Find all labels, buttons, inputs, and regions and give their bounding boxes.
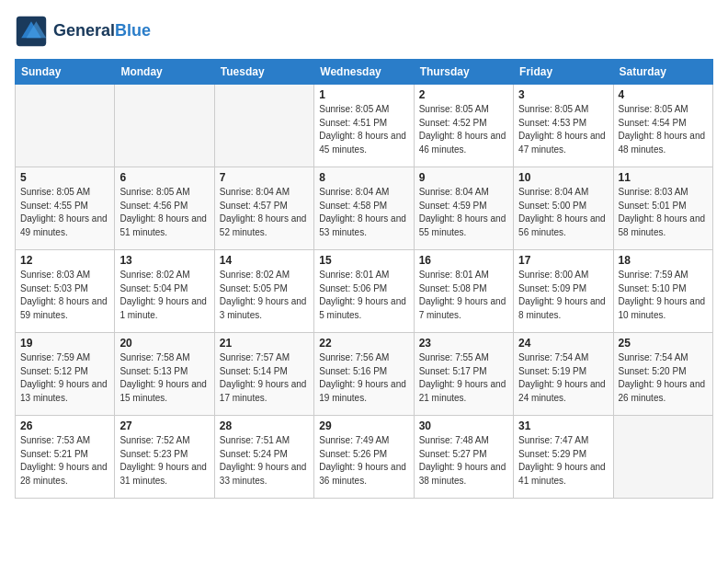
calendar-body: 1Sunrise: 8:05 AM Sunset: 4:51 PM Daylig…: [16, 85, 713, 499]
calendar-cell: 23Sunrise: 7:55 AM Sunset: 5:17 PM Dayli…: [414, 333, 513, 416]
day-number: 4: [619, 88, 708, 101]
day-info: Sunrise: 7:59 AM Sunset: 5:12 PM Dayligh…: [20, 351, 109, 405]
day-info: Sunrise: 8:00 AM Sunset: 5:09 PM Dayligh…: [518, 269, 608, 322]
day-info: Sunrise: 8:05 AM Sunset: 4:51 PM Dayligh…: [319, 103, 408, 156]
calendar-cell: [16, 85, 115, 167]
day-number: 8: [319, 171, 408, 184]
calendar-cell: 3Sunrise: 8:05 AM Sunset: 4:53 PM Daylig…: [514, 85, 613, 167]
weekday-header: Thursday: [414, 60, 513, 85]
day-number: 6: [119, 171, 209, 184]
day-info: Sunrise: 8:02 AM Sunset: 5:04 PM Dayligh…: [119, 269, 209, 322]
day-info: Sunrise: 8:03 AM Sunset: 5:03 PM Dayligh…: [20, 269, 109, 322]
day-number: 5: [20, 171, 109, 184]
calendar-header: SundayMondayTuesdayWednesdayThursdayFrid…: [16, 60, 713, 85]
calendar-cell: 15Sunrise: 8:01 AM Sunset: 5:06 PM Dayli…: [314, 250, 414, 333]
calendar-cell: [214, 85, 313, 167]
day-info: Sunrise: 7:52 AM Sunset: 5:23 PM Dayligh…: [119, 434, 209, 488]
day-info: Sunrise: 7:49 AM Sunset: 5:26 PM Dayligh…: [319, 434, 408, 488]
calendar-cell: 12Sunrise: 8:03 AM Sunset: 5:03 PM Dayli…: [16, 250, 115, 333]
day-info: Sunrise: 8:01 AM Sunset: 5:06 PM Dayligh…: [319, 269, 408, 322]
calendar-table: SundayMondayTuesdayWednesdayThursdayFrid…: [15, 59, 713, 499]
weekday-header: Tuesday: [214, 60, 313, 85]
day-number: 25: [619, 337, 708, 350]
calendar-cell: 5Sunrise: 8:05 AM Sunset: 4:55 PM Daylig…: [16, 167, 115, 250]
day-info: Sunrise: 7:51 AM Sunset: 5:24 PM Dayligh…: [220, 434, 309, 488]
calendar-cell: 30Sunrise: 7:48 AM Sunset: 5:27 PM Dayli…: [414, 416, 513, 499]
day-info: Sunrise: 8:04 AM Sunset: 4:59 PM Dayligh…: [419, 186, 508, 239]
calendar-cell: 25Sunrise: 7:54 AM Sunset: 5:20 PM Dayli…: [613, 333, 712, 416]
day-info: Sunrise: 7:53 AM Sunset: 5:21 PM Dayligh…: [20, 434, 109, 488]
calendar-week-row: 1Sunrise: 8:05 AM Sunset: 4:51 PM Daylig…: [16, 85, 713, 167]
calendar-cell: 18Sunrise: 7:59 AM Sunset: 5:10 PM Dayli…: [613, 250, 712, 333]
page-header: GeneralBlue: [15, 15, 713, 48]
calendar-cell: 27Sunrise: 7:52 AM Sunset: 5:23 PM Dayli…: [115, 416, 214, 499]
day-number: 17: [518, 254, 608, 267]
calendar-cell: 7Sunrise: 8:04 AM Sunset: 4:57 PM Daylig…: [214, 167, 313, 250]
day-number: 31: [518, 419, 608, 432]
day-number: 23: [419, 337, 508, 350]
day-info: Sunrise: 8:04 AM Sunset: 5:00 PM Dayligh…: [518, 186, 608, 239]
logo: GeneralBlue: [15, 15, 151, 48]
day-info: Sunrise: 8:05 AM Sunset: 4:56 PM Dayligh…: [119, 186, 209, 239]
logo-text: GeneralBlue: [53, 22, 151, 40]
weekday-row: SundayMondayTuesdayWednesdayThursdayFrid…: [16, 60, 713, 85]
calendar-week-row: 12Sunrise: 8:03 AM Sunset: 5:03 PM Dayli…: [16, 250, 713, 333]
day-info: Sunrise: 8:05 AM Sunset: 4:54 PM Dayligh…: [619, 103, 708, 156]
weekday-header: Friday: [514, 60, 613, 85]
calendar-cell: 1Sunrise: 8:05 AM Sunset: 4:51 PM Daylig…: [314, 85, 414, 167]
day-number: 16: [419, 254, 508, 267]
calendar-cell: 31Sunrise: 7:47 AM Sunset: 5:29 PM Dayli…: [514, 416, 613, 499]
calendar-cell: 29Sunrise: 7:49 AM Sunset: 5:26 PM Dayli…: [314, 416, 414, 499]
calendar-week-row: 26Sunrise: 7:53 AM Sunset: 5:21 PM Dayli…: [16, 416, 713, 499]
day-number: 1: [319, 88, 408, 101]
weekday-header: Wednesday: [314, 60, 414, 85]
day-info: Sunrise: 7:55 AM Sunset: 5:17 PM Dayligh…: [419, 351, 508, 405]
weekday-header: Monday: [115, 60, 214, 85]
calendar-cell: [613, 416, 712, 499]
day-number: 9: [419, 171, 508, 184]
day-info: Sunrise: 8:04 AM Sunset: 4:57 PM Dayligh…: [220, 186, 309, 239]
calendar-week-row: 5Sunrise: 8:05 AM Sunset: 4:55 PM Daylig…: [16, 167, 713, 250]
day-number: 22: [319, 337, 408, 350]
day-info: Sunrise: 7:54 AM Sunset: 5:19 PM Dayligh…: [518, 351, 608, 405]
day-info: Sunrise: 8:05 AM Sunset: 4:52 PM Dayligh…: [419, 103, 508, 156]
calendar-cell: 24Sunrise: 7:54 AM Sunset: 5:19 PM Dayli…: [514, 333, 613, 416]
day-number: 19: [20, 337, 109, 350]
day-info: Sunrise: 7:48 AM Sunset: 5:27 PM Dayligh…: [419, 434, 508, 488]
calendar-cell: 2Sunrise: 8:05 AM Sunset: 4:52 PM Daylig…: [414, 85, 513, 167]
calendar-cell: 28Sunrise: 7:51 AM Sunset: 5:24 PM Dayli…: [214, 416, 313, 499]
calendar-cell: 26Sunrise: 7:53 AM Sunset: 5:21 PM Dayli…: [16, 416, 115, 499]
day-info: Sunrise: 7:57 AM Sunset: 5:14 PM Dayligh…: [220, 351, 309, 405]
day-number: 21: [220, 337, 309, 350]
logo-icon: [15, 15, 48, 48]
day-number: 24: [518, 337, 608, 350]
day-number: 14: [220, 254, 309, 267]
day-number: 2: [419, 88, 508, 101]
calendar-cell: [115, 85, 214, 167]
day-info: Sunrise: 8:03 AM Sunset: 5:01 PM Dayligh…: [619, 186, 708, 239]
day-number: 29: [319, 419, 408, 432]
day-number: 7: [220, 171, 309, 184]
day-number: 18: [619, 254, 708, 267]
calendar-cell: 21Sunrise: 7:57 AM Sunset: 5:14 PM Dayli…: [214, 333, 313, 416]
calendar-cell: 10Sunrise: 8:04 AM Sunset: 5:00 PM Dayli…: [514, 167, 613, 250]
day-info: Sunrise: 8:02 AM Sunset: 5:05 PM Dayligh…: [220, 269, 309, 322]
weekday-header: Saturday: [613, 60, 712, 85]
calendar-cell: 4Sunrise: 8:05 AM Sunset: 4:54 PM Daylig…: [613, 85, 712, 167]
day-number: 13: [119, 254, 209, 267]
day-number: 12: [20, 254, 109, 267]
calendar-cell: 11Sunrise: 8:03 AM Sunset: 5:01 PM Dayli…: [613, 167, 712, 250]
day-number: 10: [518, 171, 608, 184]
calendar-cell: 14Sunrise: 8:02 AM Sunset: 5:05 PM Dayli…: [214, 250, 313, 333]
day-number: 30: [419, 419, 508, 432]
day-number: 28: [220, 419, 309, 432]
day-info: Sunrise: 8:05 AM Sunset: 4:53 PM Dayligh…: [518, 103, 608, 156]
calendar-cell: 20Sunrise: 7:58 AM Sunset: 5:13 PM Dayli…: [115, 333, 214, 416]
day-number: 27: [119, 419, 209, 432]
day-number: 20: [119, 337, 209, 350]
day-info: Sunrise: 7:56 AM Sunset: 5:16 PM Dayligh…: [319, 351, 408, 405]
calendar-cell: 19Sunrise: 7:59 AM Sunset: 5:12 PM Dayli…: [16, 333, 115, 416]
calendar-cell: 22Sunrise: 7:56 AM Sunset: 5:16 PM Dayli…: [314, 333, 414, 416]
calendar-cell: 8Sunrise: 8:04 AM Sunset: 4:58 PM Daylig…: [314, 167, 414, 250]
day-number: 15: [319, 254, 408, 267]
